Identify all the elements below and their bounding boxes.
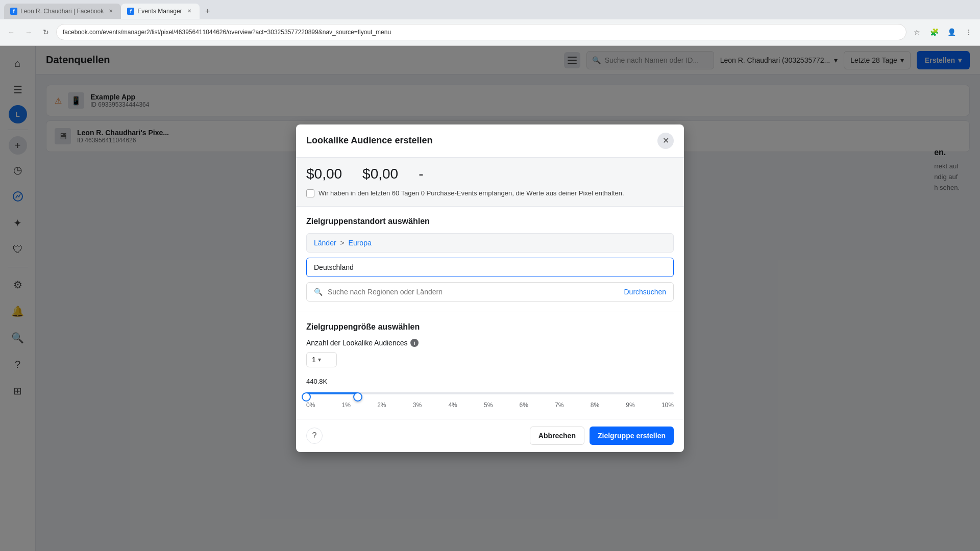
stat-value-2: $0,00 — [362, 166, 398, 182]
tab-label-1: Leon R. Chaudhari | Facebook — [20, 8, 104, 15]
slider-area: 440.8K 0% — [306, 378, 674, 409]
modal-body: $0,00 $0,00 - Wir haben in den letzten 6… — [296, 158, 684, 419]
extensions-button[interactable]: 🧩 — [927, 25, 941, 39]
address-text: facebook.com/events/manager2/list/pixel/… — [63, 29, 391, 36]
location-search-field: 🔍 Durchsuchen — [306, 282, 674, 302]
slider-label-5: 5% — [484, 402, 493, 409]
info-notice: Wir haben in den letzten 60 Tagen 0 Purc… — [306, 188, 674, 198]
search-browse-button[interactable]: Durchsuchen — [624, 288, 667, 296]
back-button[interactable]: ← — [4, 25, 18, 39]
audience-count-dropdown[interactable]: 1 ▾ — [306, 352, 337, 367]
modal-footer: ? Abbrechen Zielgruppe erstellen — [296, 419, 684, 452]
breadcrumb-link[interactable]: Länder — [314, 239, 336, 247]
audience-count-value: 1 — [312, 356, 316, 364]
reload-button[interactable]: ↻ — [39, 25, 53, 39]
slider-label-2: 2% — [377, 402, 386, 409]
audience-section-title: Zielgruppengröße auswählen — [306, 322, 674, 332]
create-audience-button[interactable]: Zielgruppe erstellen — [590, 427, 674, 445]
new-tab-button[interactable]: + — [202, 5, 214, 17]
bookmark-button[interactable]: ☆ — [910, 25, 924, 39]
menu-button[interactable]: ⋮ — [962, 25, 976, 39]
tab-events-manager[interactable]: f Events Manager ✕ — [121, 4, 199, 19]
browser-chrome: f Leon R. Chaudhari | Facebook ✕ f Event… — [0, 0, 980, 46]
modal-title: Lookalike Audience erstellen — [306, 135, 432, 146]
info-stats: $0,00 $0,00 - — [306, 166, 674, 182]
modal: Lookalike Audience erstellen ✕ $0,00 $0,… — [296, 124, 684, 453]
location-search-icon: 🔍 — [314, 288, 323, 296]
slider-thumb-left[interactable] — [302, 392, 311, 402]
slider-label-10: 10% — [662, 402, 674, 409]
footer-buttons: Abbrechen Zielgruppe erstellen — [530, 427, 674, 445]
help-button[interactable]: ? — [306, 428, 323, 444]
slider-label-7: 7% — [555, 402, 564, 409]
info-box: $0,00 $0,00 - Wir haben in den letzten 6… — [296, 158, 684, 207]
stat-value-1: $0,00 — [306, 166, 342, 182]
slider-label-0: 0% — [306, 402, 315, 409]
stat-value-3: - — [419, 166, 423, 182]
breadcrumb-current: Europa — [349, 239, 372, 247]
tab-label-2: Events Manager — [137, 8, 182, 15]
selected-location: Deutschland — [306, 258, 674, 277]
slider-thumb-right[interactable] — [353, 392, 362, 402]
cancel-button[interactable]: Abbrechen — [530, 427, 584, 445]
tab-facebook[interactable]: f Leon R. Chaudhari | Facebook ✕ — [4, 4, 121, 19]
audience-section: Zielgruppengröße auswählen Anzahl der Lo… — [296, 312, 684, 419]
slider-fill — [306, 392, 358, 394]
slider-label-3: 3% — [413, 402, 422, 409]
tab-favicon-1: f — [10, 8, 17, 15]
location-search-input[interactable] — [328, 288, 619, 296]
slider-background — [306, 392, 674, 394]
audience-count-label: Anzahl der Lookalike Audiences i — [306, 339, 674, 347]
location-section-title: Zielgruppenstandort auswählen — [306, 217, 674, 226]
tab-favicon-2: f — [127, 8, 134, 15]
slider-label-6: 6% — [520, 402, 528, 409]
slider-label-8: 8% — [591, 402, 599, 409]
notice-checkbox[interactable] — [306, 189, 314, 197]
slider-labels: 0% 1% 2% 3% 4% 5% 6% 7% 8% 9% 10% — [306, 402, 674, 409]
modal-header: Lookalike Audience erstellen ✕ — [296, 124, 684, 158]
forward-button[interactable]: → — [21, 25, 36, 39]
tab-bar: f Leon R. Chaudhari | Facebook ✕ f Event… — [0, 0, 980, 19]
tab-close-1[interactable]: ✕ — [107, 7, 115, 15]
app-layout: ⌂ ☰ L + ◷ ✦ 🛡 ⚙ 🔔 🔍 ? ⊞ Datenquellen — [0, 46, 980, 551]
profile-button[interactable]: 👤 — [944, 25, 959, 39]
slider-track[interactable] — [306, 388, 674, 398]
address-bar-row: ← → ↻ facebook.com/events/manager2/list/… — [0, 19, 980, 45]
tab-close-2[interactable]: ✕ — [185, 7, 193, 15]
notice-text: Wir haben in den letzten 60 Tagen 0 Purc… — [318, 188, 624, 198]
audience-count-label-text: Anzahl der Lookalike Audiences — [306, 339, 407, 347]
slider-label-9: 9% — [626, 402, 634, 409]
dropdown-arrow-icon: ▾ — [318, 356, 321, 363]
breadcrumb-separator: > — [340, 239, 346, 247]
location-breadcrumb: Länder > Europa — [306, 233, 674, 253]
slider-label-4: 4% — [448, 402, 457, 409]
address-bar[interactable]: facebook.com/events/manager2/list/pixel/… — [56, 24, 906, 40]
location-section: Zielgruppenstandort auswählen Länder > E… — [296, 207, 684, 312]
modal-close-button[interactable]: ✕ — [657, 133, 674, 149]
slider-value-label: 440.8K — [306, 378, 674, 385]
slider-label-1: 1% — [342, 402, 351, 409]
audience-info-icon[interactable]: i — [410, 339, 419, 347]
selected-location-text: Deutschland — [314, 263, 354, 271]
modal-overlay: Lookalike Audience erstellen ✕ $0,00 $0,… — [0, 46, 980, 551]
